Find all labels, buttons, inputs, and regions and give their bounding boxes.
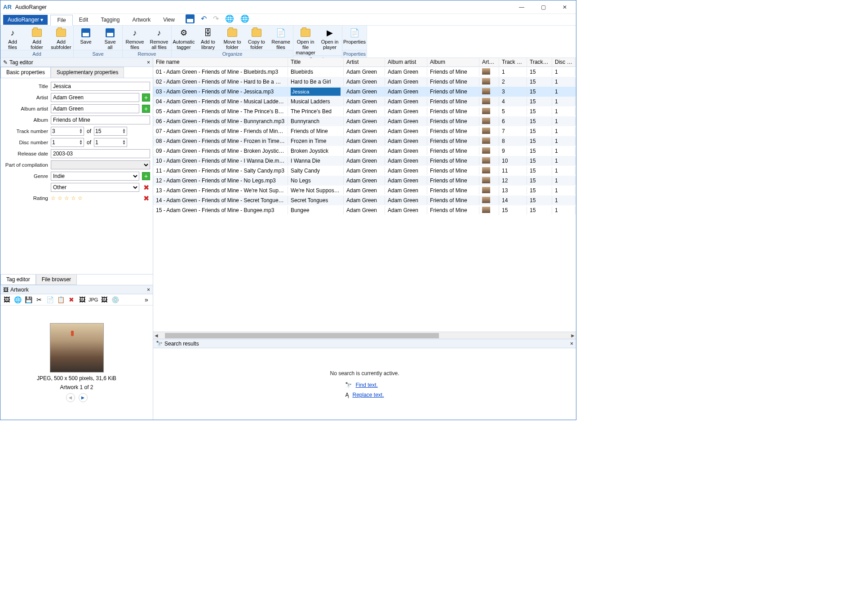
add-genre-icon[interactable]: + [142, 172, 150, 180]
ribbon-auto-tagger[interactable]: ⚙Automatic tagger [172, 26, 196, 50]
artwork-more-icon[interactable]: » [142, 295, 151, 304]
add-album-artist-icon[interactable]: + [142, 105, 150, 113]
artwork-resize-icon[interactable]: 🖼 [78, 295, 87, 304]
app-menu-button[interactable]: AudioRanger ▾ [3, 15, 48, 25]
col-title[interactable]: Title [288, 58, 344, 66]
col-album-artist[interactable]: Album artist [385, 58, 427, 66]
col-filename[interactable]: File name [153, 58, 288, 66]
table-row[interactable]: 02 - Adam Green - Friends of Mine - Hard… [153, 77, 576, 87]
artwork-next-icon[interactable]: ► [79, 393, 88, 402]
rating-stars[interactable]: ☆☆☆☆☆ [51, 195, 83, 201]
find-text-link[interactable]: Find text. [355, 382, 377, 388]
artist-input[interactable] [51, 93, 139, 102]
table-row[interactable]: 07 - Adam Green - Friends of Mine - Frie… [153, 126, 576, 136]
table-row[interactable]: 11 - Adam Green - Friends of Mine - Salt… [153, 166, 576, 176]
ribbon-props[interactable]: 📄Properties [342, 26, 367, 50]
artwork-web-icon[interactable]: 🌐 [13, 295, 22, 304]
track-total-input[interactable]: ▲▼ [94, 127, 127, 136]
replace-text-link[interactable]: Replace text. [352, 392, 384, 398]
artwork-crop-icon[interactable]: 🖼 [100, 295, 109, 304]
release-date-input[interactable] [51, 149, 150, 158]
ribbon-remove-all[interactable]: ♪Remove all files [147, 26, 171, 50]
artwork-add-icon[interactable]: 🖼 [2, 295, 11, 304]
search-close-icon[interactable]: × [570, 341, 573, 347]
compilation-select[interactable] [51, 160, 150, 169]
title-input[interactable] [51, 82, 150, 91]
minimize-button[interactable]: — [515, 4, 528, 10]
table-row[interactable]: 08 - Adam Green - Friends of Mine - Froz… [153, 136, 576, 146]
col-disc-num[interactable]: Disc num [552, 58, 576, 66]
artwork-close-icon[interactable]: × [147, 287, 150, 293]
artwork-prev-icon[interactable]: ◄ [66, 393, 75, 402]
menu-tagging[interactable]: Tagging [94, 15, 126, 25]
artwork-format-jpg[interactable]: JPG [89, 295, 98, 304]
ribbon-add-subfolder[interactable]: Add subfolder [49, 26, 73, 50]
col-artwork[interactable]: Artwork [479, 58, 499, 66]
artwork-scan-icon[interactable]: 💾 [24, 295, 33, 304]
genre-select[interactable]: Indie [51, 172, 139, 181]
ribbon-remove-files[interactable]: ♪Remove files [123, 26, 147, 50]
table-row[interactable]: 14 - Adam Green - Friends of Mine - Secr… [153, 195, 576, 205]
add-artist-icon[interactable]: + [142, 93, 150, 102]
table-row[interactable]: 01 - Adam Green - Friends of Mine - Blue… [153, 67, 576, 77]
save-icon[interactable] [186, 14, 195, 25]
bottom-tab-file-browser[interactable]: File browser [36, 275, 77, 285]
table-row[interactable]: 13 - Adam Green - Friends of Mine - We'r… [153, 186, 576, 195]
col-track-count[interactable]: Track cou [527, 58, 552, 66]
menu-edit[interactable]: Edit [73, 15, 95, 25]
artwork-cut-icon[interactable]: ✂ [35, 295, 44, 304]
ribbon-move-folder[interactable]: Move to folder [220, 26, 244, 50]
table-row[interactable]: 06 - Adam Green - Friends of Mine - Bunn… [153, 116, 576, 126]
undo-icon[interactable]: ↶ [201, 14, 207, 25]
tag-editor-close-icon[interactable]: × [147, 59, 150, 66]
table-row[interactable]: 03 - Adam Green - Friends of Mine - Jess… [153, 87, 576, 97]
disc-total-input[interactable]: ▲▼ [94, 138, 127, 147]
close-button[interactable]: ✕ [558, 4, 571, 10]
bottom-tab-tag-editor[interactable]: Tag editor [0, 275, 36, 285]
disc-of-label: of [87, 139, 91, 146]
redo-icon[interactable]: ↷ [213, 14, 219, 25]
album-input[interactable] [51, 115, 150, 124]
artwork-paste-icon[interactable]: 📋 [56, 295, 65, 304]
tab-supplementary-properties[interactable]: Supplementary properties [51, 67, 124, 78]
menu-view[interactable]: View [157, 15, 181, 25]
table-row[interactable]: 04 - Adam Green - Friends of Mine - Musi… [153, 97, 576, 106]
ribbon-open-player[interactable]: ▶Open in player [318, 26, 342, 55]
artwork-delete-icon[interactable]: ✖ [67, 295, 76, 304]
artwork-image[interactable] [50, 323, 104, 372]
table-row[interactable]: 09 - Adam Green - Friends of Mine - Brok… [153, 146, 576, 156]
menu-artwork[interactable]: Artwork [126, 15, 157, 25]
artwork-copy-icon[interactable]: 📄 [45, 295, 54, 304]
table-row[interactable]: 05 - Adam Green - Friends of Mine - The … [153, 106, 576, 116]
col-album[interactable]: Album [427, 58, 479, 66]
col-artist[interactable]: Artist [344, 58, 385, 66]
tab-basic-properties[interactable]: Basic properties [0, 67, 51, 78]
artwork-info: JPEG, 500 x 500 pixels, 31,6 KiB [37, 375, 116, 381]
disc-number-input[interactable]: ▲▼ [51, 138, 84, 147]
maximize-button[interactable]: ▢ [536, 4, 550, 10]
ribbon-rename-files[interactable]: 📄Rename files [269, 26, 293, 50]
ribbon-copy-folder[interactable]: Copy to folder [244, 26, 269, 50]
grid-horizontal-scrollbar[interactable]: ◄► [153, 332, 576, 339]
remove-genre-icon[interactable]: ✖ [142, 183, 150, 191]
globe-refresh-icon[interactable]: 🌐 [225, 14, 234, 25]
track-number-input[interactable]: ▲▼ [51, 127, 84, 136]
ribbon-save[interactable]: Save [74, 26, 98, 50]
globe-search-icon[interactable]: 🌐 [240, 14, 249, 25]
menu-file[interactable]: File [50, 15, 72, 26]
col-track-num[interactable]: Track num [499, 58, 527, 66]
ribbon-save-all[interactable]: Save all [98, 26, 122, 50]
ribbon-add-library[interactable]: 🗄Add to library [196, 26, 220, 50]
title-edit-input[interactable] [291, 88, 341, 96]
ribbon-add-folder[interactable]: Add folder [25, 26, 49, 50]
artwork-export-icon[interactable]: 💿 [111, 295, 120, 304]
album-artist-input[interactable] [51, 104, 139, 113]
table-row[interactable]: 12 - Adam Green - Friends of Mine - No L… [153, 176, 576, 186]
clear-rating-icon[interactable]: ✖ [142, 194, 150, 202]
genre2-select[interactable]: Other [51, 183, 139, 192]
table-row[interactable]: 15 - Adam Green - Friends of Mine - Bung… [153, 205, 576, 215]
ribbon: ♪Add filesAdd folderAdd subfolderAddSave… [0, 26, 576, 58]
ribbon-add-files[interactable]: ♪Add files [0, 26, 25, 50]
ribbon-open-fm[interactable]: Open in file manager [293, 26, 318, 55]
table-row[interactable]: 10 - Adam Green - Friends of Mine - I Wa… [153, 156, 576, 166]
